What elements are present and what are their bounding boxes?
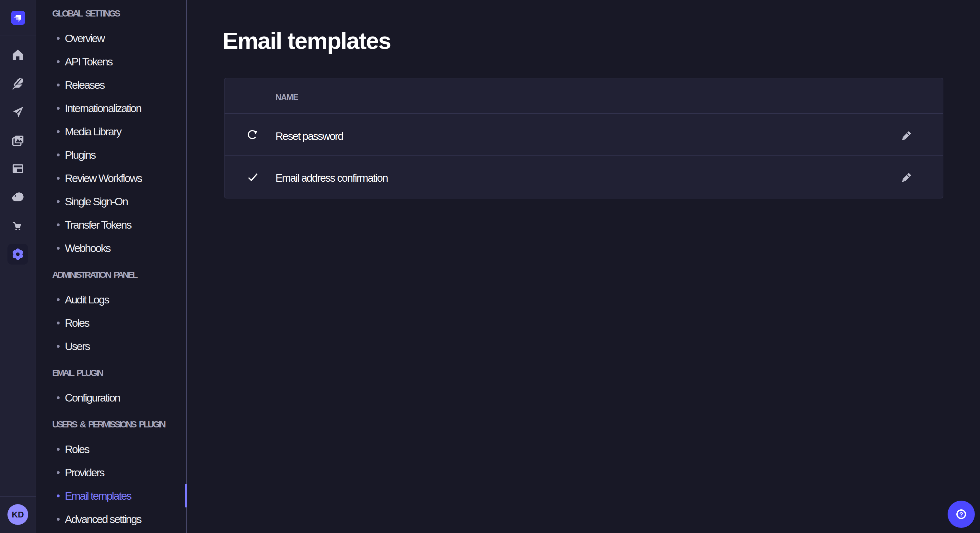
svg-text:?: ? — [959, 511, 963, 518]
